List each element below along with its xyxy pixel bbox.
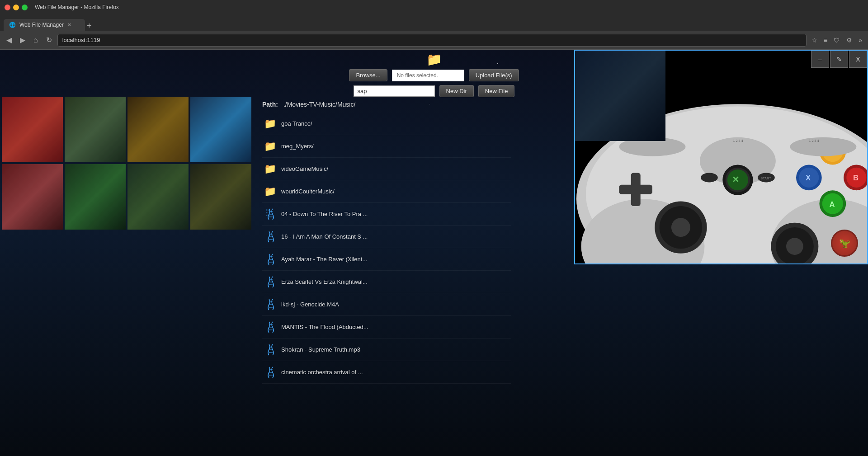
file-name: Shokran - Supreme Truth.mp3 (281, 346, 360, 353)
shield-icon[interactable]: 🛡 (831, 36, 842, 45)
folder-icon-top: 📁 (426, 52, 442, 67)
new-name-input[interactable] (354, 85, 435, 97)
svg-text:START: START (760, 176, 771, 180)
preview-popup: – ✎ X (574, 50, 868, 264)
preview-close-button[interactable]: X (849, 51, 867, 68)
list-item[interactable]: 📁 wourldCoulterMusic/ (262, 180, 511, 203)
maximize-button[interactable] (22, 5, 28, 10)
svg-point-60 (790, 137, 856, 156)
minimize-button[interactable] (13, 5, 19, 10)
file-name: goa Trance/ (281, 120, 312, 127)
file-name: lkd-sj - Genocide.M4A (281, 301, 339, 308)
preview-minimize-button[interactable]: – (811, 51, 829, 68)
address-bar[interactable] (57, 34, 807, 47)
path-label: Path: (262, 101, 278, 108)
file-list: 📁 goa Trance/ 📁 meg_Myers/ 📁 videoGameMu… (262, 113, 511, 384)
path-value: ./Movies-TV-Music/Music/ (283, 101, 355, 108)
folder-icon: 📁 (264, 163, 278, 175)
svg-text:010: 010 (266, 214, 270, 216)
tab-close-icon[interactable]: ✕ (67, 22, 71, 28)
svg-text:1 2 3 4: 1 2 3 4 (809, 139, 819, 143)
list-item[interactable]: 010 011 010 04 - Down To The River To Pr… (262, 203, 511, 226)
audio-icon (264, 321, 278, 334)
browser-content: 📁 Browse... No files selected. Upload Fi… (0, 50, 868, 456)
list-item[interactable]: 16 - I Am A Man Of Constant S ... (262, 226, 511, 248)
file-name: MANTIS - The Flood (Abducted... (281, 324, 368, 330)
svg-text:010: 010 (266, 209, 270, 211)
new-tab-button[interactable]: + (87, 21, 92, 31)
folder-icon: 📁 (264, 118, 278, 130)
back-button[interactable]: ◀ (4, 34, 14, 46)
tab-label: Web File Manager (19, 22, 64, 28)
newfile-section: New Dir New File (354, 85, 515, 97)
nav-icons: ☆ ≡ 🛡 ⚙ » (809, 36, 864, 45)
audio-icon (264, 253, 278, 266)
forward-button[interactable]: ▶ (17, 34, 28, 46)
bookmarks-icon[interactable]: ☆ (809, 36, 820, 45)
list-item[interactable]: 📁 goa Trance/ (262, 113, 511, 135)
audio-icon (264, 298, 278, 311)
audio-icon (264, 276, 278, 288)
svg-rect-39 (631, 173, 641, 206)
no-files-label: No files selected. (392, 70, 464, 81)
folder-icon: 📁 (264, 141, 278, 152)
path-bar: Path: ./Movies-TV-Music/Music/ (262, 101, 355, 108)
traffic-lights (5, 5, 28, 10)
browser-title: Web File Manager - Mozilla Firefox (35, 4, 119, 10)
more-tools-icon[interactable]: » (856, 36, 864, 45)
new-file-button[interactable]: New File (478, 85, 515, 97)
upload-section: Browse... No files selected. Upload File… (349, 69, 519, 81)
browser-titlebar: Web File Manager - Mozilla Firefox (0, 0, 868, 14)
preview-titlebar: – ✎ X (811, 51, 867, 68)
list-item[interactable]: cinematic orchestra arrival of ... (262, 361, 511, 384)
list-item[interactable]: Ayah Marar - The Raver (Xilent... (262, 248, 511, 271)
file-name: 04 - Down To The River To Pra ... (281, 211, 368, 217)
preview-edit-button[interactable]: ✎ (830, 51, 848, 68)
svg-text:B: B (853, 174, 859, 182)
new-dir-button[interactable]: New Dir (439, 85, 474, 97)
browser-toolbar: ◀ ▶ ⌂ ↻ ☆ ≡ 🛡 ⚙ » (0, 31, 868, 50)
file-name: meg_Myers/ (281, 143, 314, 150)
addon-icon[interactable]: ⚙ (844, 36, 854, 45)
halo-logo: 🦖 (831, 230, 858, 257)
audio-icon (264, 343, 278, 356)
svg-text:X: X (806, 174, 811, 182)
list-item[interactable]: lkd-sj - Genocide.M4A (262, 293, 511, 316)
file-name: Ayah Marar - The Raver (Xilent... (281, 256, 367, 263)
list-item[interactable]: MANTIS - The Flood (Abducted... (262, 316, 511, 338)
list-item[interactable]: Erza Scarlet Vs Erza Knightwal... (262, 271, 511, 293)
refresh-button[interactable]: ↻ (43, 34, 55, 46)
file-name: wourldCoulterMusic/ (281, 188, 335, 195)
svg-point-34 (671, 218, 690, 237)
close-button[interactable] (5, 5, 10, 10)
svg-text:1 2 3 4: 1 2 3 4 (733, 139, 743, 143)
folder-icon: 📁 (264, 186, 278, 197)
file-name: videoGameMusic/ (281, 165, 328, 172)
list-item[interactable]: Shokran - Supreme Truth.mp3 (262, 338, 511, 361)
file-name: cinematic orchestra arrival of ... (281, 369, 363, 376)
home-button[interactable]: ⌂ (31, 34, 41, 46)
audio-icon (264, 366, 278, 379)
media-preview (575, 51, 665, 141)
svg-text:A: A (829, 200, 835, 209)
audio-icon (264, 230, 278, 243)
menu-icon[interactable]: ≡ (821, 36, 830, 45)
audio-icon: 010 011 010 (264, 208, 278, 221)
tab-bar: 🌐 Web File Manager ✕ + (0, 14, 868, 31)
list-item[interactable]: 📁 meg_Myers/ (262, 135, 511, 158)
svg-text:✕: ✕ (732, 175, 739, 184)
svg-point-46 (701, 173, 718, 182)
svg-text:011: 011 (266, 212, 270, 214)
browser-tab[interactable]: 🌐 Web File Manager ✕ (4, 19, 85, 31)
svg-point-37 (786, 238, 803, 255)
upload-button[interactable]: Upload File(s) (469, 69, 519, 81)
file-name: 16 - I Am A Man Of Constant S ... (281, 233, 368, 240)
list-item[interactable]: 📁 videoGameMusic/ (262, 158, 511, 180)
tab-favicon: 🌐 (9, 22, 16, 28)
browse-button[interactable]: Browse... (349, 69, 387, 81)
file-name: Erza Scarlet Vs Erza Knightwal... (281, 278, 368, 285)
